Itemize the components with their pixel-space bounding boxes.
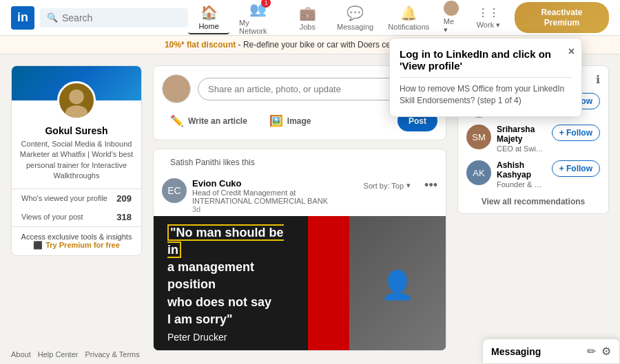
reco-avatar-2: AK [466,160,491,185]
quote-text: "No man should be in a management positi… [167,224,294,345]
nav-jobs[interactable]: 💼 Jobs [287,2,328,34]
post-image: "No man should be in a management positi… [154,216,446,351]
profile-card: Gokul Suresh Content, Social Media & Inb… [11,65,142,256]
reco-item-2: AK Ashish Kashyap Founder & CEO, ibibo G… [466,160,600,189]
reco-avatar-1: SM [466,125,491,149]
nav-notifications[interactable]: 🔔 Notifications [382,2,435,34]
sort-label: Sort by: Top [364,182,404,190]
quote-highlight: "No man should be in [167,224,284,258]
messaging-icons: ✏ ⚙ [587,345,611,358]
work-icon: ⋮⋮ [477,6,499,19]
post-image-content: "No man should be in a management positi… [154,216,446,351]
me-label: Me ▾ [444,17,459,34]
network-badge: 1 [261,0,271,8]
poster-title: Head of Credit Management at INTERNATION… [192,189,350,205]
post-more-button[interactable]: ••• [424,178,437,193]
red-block [308,216,349,351]
notifications-icon: 🔔 [400,5,417,21]
reco-name-2[interactable]: Ashish Kashyap [497,160,546,180]
quote-author: Peter Drucker [167,332,227,343]
profile-avatar-wrap [12,81,141,120]
premium-text: Access exclusive tools & insights [20,233,133,241]
info-icon[interactable]: ℹ [596,73,600,86]
reco-name-1[interactable]: Sriharsha Majety [497,125,546,144]
post-views-count: 318 [116,212,132,222]
poster-name[interactable]: Evion Cuko [192,178,350,189]
home-icon: 🏠 [200,4,218,21]
write-icon: ✏️ [170,114,184,127]
reco-info-2: Ashish Kashyap Founder & CEO, ibibo Grou… [497,160,546,189]
poster-info: Evion Cuko Head of Credit Management at … [192,178,350,213]
compose-icon[interactable]: ✏ [587,345,596,358]
footer-help[interactable]: Help Center [38,350,79,358]
reco-item-1: SM Sriharsha Majety CEO at Swiggy, hirin… [466,125,600,153]
follow-button-2[interactable]: + Follow [552,160,600,177]
image-button[interactable]: 🖼️ Image [261,110,320,131]
reactivate-button[interactable]: Reactivate Premium [515,2,609,33]
footer-about[interactable]: About [11,350,31,358]
messaging-label[interactable]: Messaging [491,346,541,357]
svg-point-0 [69,89,83,104]
views-count: 209 [116,193,132,204]
popup-close-button[interactable]: × [568,45,575,58]
view-all-link[interactable]: View all recommendations [466,197,600,206]
network-icon: 👥 1 [249,1,267,17]
popup-subtitle: How to remove MS Office from your Linked… [400,77,572,107]
reco-desc-1: CEO at Swiggy, hiring entrepreneurial mi… [497,144,546,153]
quote-body: a management positionwho does not sayI a… [167,260,271,326]
person-image: 👤 [349,216,446,351]
quote-section: "No man should be in a management positi… [154,216,308,351]
follow-button-1[interactable]: + Follow [552,125,600,141]
profile-name[interactable]: Gokul Suresh [12,125,141,136]
premium-link[interactable]: Try Premium for free [45,241,120,249]
messaging-icon: 💬 [347,5,364,21]
nav-network[interactable]: 👥 1 My Network [232,0,284,38]
chevron-down-icon: ▾ [406,181,411,190]
profile-views-stat[interactable]: Who's viewed your profile 209 [12,189,141,208]
post-views-label: Views of your post [21,213,83,221]
avatar[interactable] [57,81,96,120]
post-views-stat[interactable]: Views of your post 318 [12,208,141,226]
profile-tagline: Content, Social Media & Inbound Marketer… [12,136,141,189]
popup-box: Log in to LinkedIn and click on 'View pr… [389,38,582,117]
search-icon: 🔍 [47,12,58,23]
likes-intro: Satish Panithi likes this [162,156,263,169]
reco-desc-2: Founder & CEO, ibibo Group (Goibibo.com,… [497,180,546,189]
footer-links: About Help Center Privacy & Terms [11,345,140,364]
poster-avatar: EC [162,178,187,203]
search-input[interactable] [62,12,179,23]
share-avatar [162,74,191,103]
messaging-bar: Messaging ✏ ⚙ [482,339,620,364]
post-card: Satish Panithi likes this EC Evion Cuko … [153,149,446,351]
footer-privacy[interactable]: Privacy & Terms [85,350,139,358]
jobs-icon: 💼 [299,5,316,21]
post-header: Satish Panithi likes this [154,149,446,173]
nav-home[interactable]: 🏠 Home [188,1,229,34]
nav-me[interactable]: Me ▾ [438,0,465,37]
nav-messaging[interactable]: 💬 Messaging [331,2,380,34]
reco-info-1: Sriharsha Majety CEO at Swiggy, hiring e… [497,125,546,153]
promo-highlight: 10%* flat discount [165,40,236,50]
linkedin-logo[interactable]: in [11,6,34,30]
left-sidebar: Gokul Suresh Content, Social Media & Inb… [11,65,142,351]
svg-point-1 [65,105,87,120]
top-navigation: in 🔍 🏠 Home 👥 1 My Network 💼 Jobs 💬 Mess… [0,0,620,36]
image-icon: 🖼️ [269,114,283,127]
post-time: 3d [192,205,350,213]
nav-work[interactable]: ⋮⋮ Work ▾ [468,3,509,32]
me-avatar [444,1,459,16]
sort-selector[interactable]: Sort by: Top ▾ [355,178,420,193]
write-article-button[interactable]: ✏️ Write an article [162,110,256,131]
person-placeholder: 👤 [349,216,446,351]
nav-icons: 🏠 Home 👥 1 My Network 💼 Jobs 💬 Messaging… [188,0,609,38]
post-meta-row: EC Evion Cuko Head of Credit Management … [154,173,446,216]
popup-title: Log in to LinkedIn and click on 'View pr… [400,48,572,72]
views-label: Who's viewed your profile [21,194,107,202]
settings-icon[interactable]: ⚙ [601,345,611,358]
search-bar[interactable]: 🔍 [40,8,188,28]
premium-section: Access exclusive tools & insights ⬛Try P… [12,226,141,255]
